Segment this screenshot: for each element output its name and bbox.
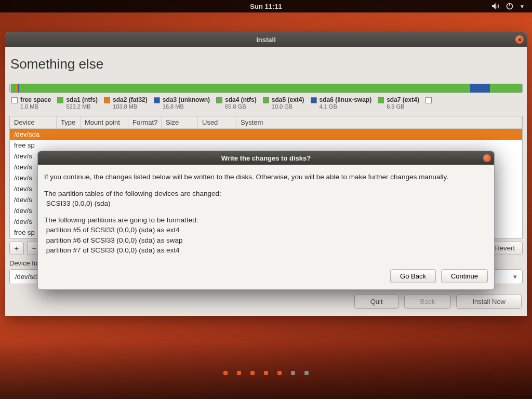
add-button[interactable]: + (9, 242, 24, 255)
progress-dots (0, 371, 532, 375)
footer-buttons: Quit Back Install Now (5, 290, 527, 316)
legend-item (422, 96, 437, 111)
legend-item: sda6 (linux-swap)4.1 GB (308, 96, 375, 111)
chevron-down-icon[interactable]: ▼ (520, 4, 525, 9)
clock: Sun 11:11 (250, 3, 282, 10)
power-icon[interactable] (506, 3, 513, 10)
legend-item: sda3 (unknown)16.8 MB (151, 96, 213, 111)
legend-item: sda5 (ext4)10.0 GB (260, 96, 308, 111)
legend-item: sda2 (fat32)103.8 MB (101, 96, 151, 111)
dialog-buttons: Go Back Continue (38, 269, 494, 289)
legend-item: free space1.0 MB (8, 96, 54, 111)
table-header: Device Type Mount point Format? Size Use… (10, 116, 522, 129)
confirm-dialog: Write the changes to disks? If you conti… (37, 151, 495, 290)
close-icon[interactable] (483, 154, 491, 162)
close-icon[interactable]: ✕ (515, 35, 524, 44)
dialog-titlebar: Write the changes to disks? (38, 151, 494, 165)
dialog-body: If you continue, the changes listed belo… (38, 165, 494, 269)
window-title: Install (256, 36, 276, 44)
table-row[interactable]: free sp (10, 140, 522, 151)
window-titlebar: Install ✕ (5, 32, 527, 47)
volume-icon[interactable] (491, 3, 500, 10)
legend-item: sda7 (ext4)6.9 GB (375, 96, 422, 111)
dialog-title: Write the changes to disks? (221, 154, 311, 162)
go-back-button[interactable]: Go Back (390, 269, 436, 283)
legend-item: sda4 (ntfs)85.8 GB (213, 96, 260, 111)
back-button[interactable]: Back (404, 295, 451, 309)
disk-usage-bar (9, 84, 523, 93)
continue-button[interactable]: Continue (441, 269, 488, 283)
table-row[interactable]: /dev/sda (10, 129, 522, 140)
legend-item: sda1 (ntfs)523.2 MB (54, 96, 101, 111)
install-now-button[interactable]: Install Now (456, 295, 522, 309)
page-title: Something else (5, 47, 527, 84)
system-topbar: Sun 11:11 ▼ (0, 0, 532, 12)
partition-legend: free space1.0 MBsda1 (ntfs)523.2 MBsda2 … (8, 96, 524, 111)
quit-button[interactable]: Quit (354, 295, 399, 309)
